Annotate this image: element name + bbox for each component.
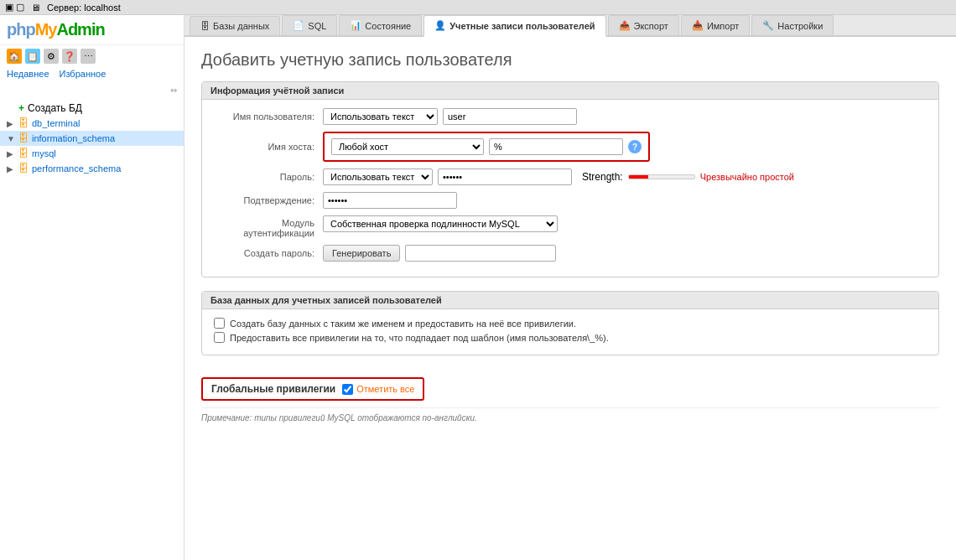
information-schema-label[interactable]: information_schema — [32, 133, 115, 143]
database-tree: + Создать БД ▶ 🗄 db_terminal ▼ 🗄 informa… — [0, 97, 184, 560]
username-type-select[interactable]: Использовать текст Любой пользователь Др… — [323, 108, 438, 125]
content-area: 🗄 Базы данных 📄 SQL 📊 Состояние 👤 Учетны… — [184, 15, 956, 560]
password-input[interactable] — [438, 169, 572, 185]
password-row: Пароль: Использовать текст Без пароля St… — [214, 169, 927, 185]
database-header: База данных для учетных записей пользова… — [202, 292, 938, 309]
create-db-item[interactable]: + Создать БД — [0, 101, 184, 116]
db-terminal-icon: 🗄 — [18, 117, 29, 129]
account-info-body: Имя пользователя: Использовать текст Люб… — [202, 100, 938, 277]
database-section: База данных для учетных записей пользова… — [201, 291, 939, 355]
nav-favorites[interactable]: Избранное — [60, 69, 107, 79]
account-info-section: Информация учётной записи Имя пользовате… — [201, 81, 939, 277]
databases-icon: 🗄 — [200, 21, 210, 31]
select-all-checkbox[interactable] — [342, 384, 353, 395]
create-db-checkbox-label: Создать базу данных с таким же именем и … — [230, 319, 576, 329]
tab-import[interactable]: 📥 Импорт — [681, 15, 750, 35]
hostname-row: Имя хоста: Любой хост Локальный хост Исп… — [214, 132, 927, 162]
sidebar-toggle[interactable]: ⇔ — [0, 82, 184, 97]
home-icon[interactable]: 🏠 — [7, 49, 22, 64]
auth-module-row: Модуль аутентификации Собственная провер… — [214, 215, 927, 238]
settings-tab-icon: 🔧 — [762, 20, 774, 31]
mysql-item[interactable]: ▶ 🗄 mysql — [0, 146, 184, 161]
page-title: Добавить учетную запись пользователя — [201, 50, 939, 70]
username-row: Имя пользователя: Использовать текст Люб… — [214, 108, 927, 125]
auth-module-label: Модуль аутентификации — [214, 215, 323, 238]
nav-recent[interactable]: Недавнее — [7, 69, 49, 79]
information-schema-icon: 🗄 — [18, 132, 29, 144]
recent-icon[interactable]: 📋 — [25, 49, 40, 64]
top-bar: ▣ ▢ 🖥 Сервер: localhost — [0, 0, 956, 15]
strength-bar — [628, 174, 695, 179]
tabs-bar: 🗄 Базы данных 📄 SQL 📊 Состояние 👤 Учетны… — [184, 15, 956, 37]
performance-schema-label[interactable]: performance_schema — [32, 163, 121, 174]
page-content: Добавить учетную запись пользователя Инф… — [184, 37, 956, 560]
import-icon: 📥 — [692, 20, 704, 31]
sidebar: phpMyAdmin 🏠 📋 ⚙ ❓ ⋯ Недавнее Избранное … — [0, 15, 184, 560]
checkbox-row-1: Создать базу данных с таким же именем и … — [214, 318, 927, 329]
hostname-label: Имя хоста: — [214, 141, 323, 153]
username-label: Имя пользователя: — [214, 111, 323, 122]
hostname-help-icon[interactable]: ? — [628, 140, 642, 153]
global-privs-box: Глобальные привилегии Отметить все — [201, 377, 424, 401]
sidebar-toolbar: 🏠 📋 ⚙ ❓ ⋯ — [0, 45, 184, 67]
password-controls: Использовать текст Без пароля Strength: … — [323, 169, 927, 185]
confirm-label: Подтверждение: — [214, 194, 323, 206]
tab-sql[interactable]: 📄 SQL — [282, 15, 337, 35]
more-icon[interactable]: ⋯ — [81, 49, 96, 64]
create-db-checkbox[interactable] — [214, 318, 225, 329]
generate-controls: Генерировать — [323, 245, 927, 262]
password-type-select[interactable]: Использовать текст Без пароля — [323, 169, 433, 185]
create-db-icon: + — [18, 102, 24, 114]
tab-user-accounts[interactable]: 👤 Учетные записи пользователей — [423, 15, 605, 37]
generate-password-row: Создать пароль: Генерировать — [214, 245, 927, 262]
generate-password-label: Создать пароль: — [214, 247, 323, 259]
select-all-link[interactable]: Отметить все — [342, 384, 414, 395]
sidebar-nav: Недавнее Избранное — [0, 67, 184, 82]
top-bar-title: Сервер: localhost — [47, 3, 121, 13]
password-label: Пароль: — [214, 171, 323, 183]
tab-export[interactable]: 📤 Экспорт — [608, 15, 679, 35]
grant-pattern-checkbox-label: Предоставить все привилегии на то, что п… — [230, 333, 609, 343]
generated-password-input[interactable] — [405, 245, 556, 262]
strength-label: Strength: — [582, 171, 623, 183]
strength-text: Чрезвычайно простой — [700, 172, 794, 182]
hostname-input[interactable] — [489, 138, 623, 155]
username-input[interactable] — [443, 108, 577, 125]
performance-schema-item[interactable]: ▶ 🗄 performance_schema — [0, 161, 184, 176]
db-terminal-label[interactable]: db_terminal — [32, 118, 80, 128]
tab-status[interactable]: 📊 Состояние — [339, 15, 422, 35]
mysql-icon: 🗄 — [18, 148, 29, 159]
confirm-input[interactable] — [323, 192, 457, 209]
confirm-row: Подтверждение: — [214, 192, 927, 209]
user-accounts-icon: 👤 — [434, 20, 446, 31]
window-controls: ▣ ▢ — [5, 2, 24, 13]
checkbox-row-2: Предоставить все привилегии на то, что п… — [214, 332, 927, 343]
database-body: Создать базу данных с таким же именем и … — [202, 309, 938, 355]
global-privs-label: Глобальные привилегии — [211, 383, 335, 395]
tab-databases[interactable]: 🗄 Базы данных — [190, 16, 280, 35]
logo: phpMyAdmin — [0, 15, 184, 45]
auth-module-select[interactable]: Собственная проверка подлинности MySQL — [323, 215, 558, 232]
confirm-controls — [323, 192, 927, 209]
account-info-header: Информация учётной записи — [202, 82, 938, 100]
information-schema-item[interactable]: ▼ 🗄 information_schema — [0, 131, 184, 146]
note: Примечание: типы привилегий MySQL отобра… — [201, 407, 939, 423]
grant-pattern-checkbox[interactable] — [214, 332, 225, 343]
mysql-label[interactable]: mysql — [32, 148, 56, 158]
hostname-type-select[interactable]: Любой хост Локальный хост Использовать т… — [331, 138, 484, 155]
status-icon: 📊 — [350, 20, 361, 31]
performance-schema-icon: 🗄 — [18, 163, 29, 174]
select-all-label: Отметить все — [356, 384, 414, 394]
help-icon2[interactable]: ❓ — [62, 49, 77, 64]
hostname-highlight-box: Любой хост Локальный хост Использовать т… — [323, 132, 650, 162]
sql-icon: 📄 — [293, 20, 304, 31]
server-icon: 🖥 — [31, 3, 40, 13]
username-controls: Использовать текст Любой пользователь Др… — [323, 108, 927, 125]
settings-icon[interactable]: ⚙ — [44, 49, 59, 64]
generate-button[interactable]: Генерировать — [323, 245, 400, 262]
tab-settings[interactable]: 🔧 Настройки — [751, 15, 834, 35]
db-terminal-item[interactable]: ▶ 🗄 db_terminal — [0, 116, 184, 131]
export-icon: 📤 — [619, 20, 631, 31]
global-privs-container: Глобальные привилегии Отметить все — [201, 369, 939, 401]
create-db-label[interactable]: Создать БД — [28, 102, 82, 114]
